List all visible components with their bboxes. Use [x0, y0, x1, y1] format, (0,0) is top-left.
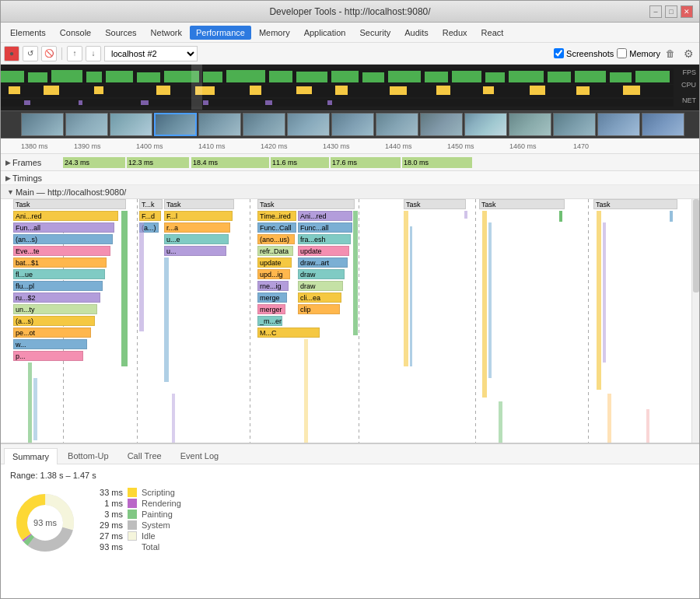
task-col2a-tk[interactable]: T...k — [139, 199, 163, 209]
scroll-thumb[interactable] — [693, 199, 699, 292]
task-col3-timired[interactable]: Time..ired — [257, 211, 296, 221]
thumbnail-5[interactable] — [198, 113, 241, 136]
task-col3-draw2[interactable]: draw — [298, 281, 343, 291]
thumbnail-8[interactable] — [331, 113, 374, 136]
thumbnail-13[interactable] — [553, 113, 596, 136]
refresh-button[interactable]: ↺ — [23, 46, 38, 61]
frame-2[interactable]: 12.3 ms — [127, 157, 189, 168]
task-col1-eve[interactable]: Eve...te — [13, 246, 110, 256]
menu-performance[interactable]: Performance — [190, 26, 251, 40]
thumbnail-9[interactable] — [376, 113, 418, 136]
task-col3-funccall[interactable]: Func..Call — [257, 222, 296, 233]
task-col3-anired[interactable]: Ani...red — [298, 211, 352, 221]
frames-expand[interactable]: ▶ — [5, 159, 11, 166]
thumbnail-14[interactable] — [597, 113, 640, 136]
task-col3-drawart[interactable]: draw...art — [298, 257, 348, 268]
timings-expand[interactable]: ▶ — [5, 174, 11, 182]
task-col3-update[interactable]: update — [298, 246, 349, 256]
memory-checkbox[interactable] — [617, 48, 627, 58]
tab-call-tree[interactable]: Call Tree — [119, 447, 170, 464]
frame-1[interactable]: 24.3 ms — [63, 157, 125, 168]
upload-button[interactable]: ↑ — [67, 46, 82, 61]
memory-checkbox-label[interactable]: Memory — [617, 48, 660, 58]
close-button[interactable]: ✕ — [681, 5, 693, 18]
task-col2b-ue[interactable]: u...e — [164, 234, 229, 244]
task-col3-draw[interactable]: draw — [298, 269, 345, 279]
task-col1-as[interactable]: (a...s) — [13, 316, 95, 326]
task-col1-fl2[interactable]: flu...pl — [13, 281, 103, 291]
frame-3[interactable]: 18.4 ms — [191, 157, 269, 168]
maximize-button[interactable]: □ — [665, 5, 677, 18]
task-col3-anoous[interactable]: (ano...us) — [257, 234, 295, 244]
task-col1-fl1[interactable]: fl...ue — [13, 269, 105, 279]
task-col1-func[interactable]: Fun...all — [13, 222, 114, 233]
screenshots-checkbox-label[interactable]: Screenshots — [554, 48, 614, 58]
menu-memory[interactable]: Memory — [253, 26, 296, 40]
frame-5[interactable]: 17.6 ms — [331, 157, 401, 168]
task-col3-clip[interactable]: clip — [298, 304, 340, 314]
thumbnail-7[interactable] — [287, 113, 330, 136]
trash-button[interactable]: 🗑 — [663, 47, 677, 61]
task-col2-fd[interactable]: F...d — [139, 211, 161, 221]
task-col1-un[interactable]: un...ty — [13, 304, 97, 314]
task-col1-p[interactable]: p... — [13, 351, 83, 361]
menu-redux[interactable]: Redux — [436, 26, 474, 40]
task-col3-mc[interactable]: M...C — [257, 328, 320, 338]
scrollbar[interactable] — [691, 199, 699, 443]
thumbnail-11[interactable] — [464, 113, 507, 136]
flame-chart[interactable]: Task Ani...red Fun...all (an...s) Eve...… — [1, 199, 699, 443]
task-col2b-u[interactable]: u... — [164, 246, 226, 256]
overview-panel[interactable]: FPS CPU NET — [1, 65, 699, 111]
menu-audits[interactable]: Audits — [398, 26, 435, 40]
task-col1-pe[interactable]: pe...ot — [13, 328, 91, 338]
task-col3-mer[interactable]: _m...er — [257, 316, 282, 326]
clear-button[interactable]: 🚫 — [41, 46, 57, 61]
download-button[interactable]: ↓ — [86, 46, 101, 61]
thumbnail-15[interactable] — [642, 113, 684, 136]
thumbnail-12[interactable] — [509, 113, 551, 136]
task-col2b-ra[interactable]: r...a — [164, 222, 230, 233]
task-col3-update2[interactable]: update — [257, 257, 292, 268]
task-col3-merger[interactable]: merger — [257, 304, 285, 314]
main-expand[interactable]: ▼ — [7, 188, 14, 196]
task-col3-cliea[interactable]: cli...ea — [298, 292, 341, 303]
task-col3-rnerig[interactable]: rne...ig — [257, 281, 289, 291]
task-col2b-task[interactable]: Task — [164, 199, 234, 209]
screenshots-checkbox[interactable] — [554, 48, 564, 58]
task-col3-fresh[interactable]: fra...esh — [298, 234, 351, 244]
thumbnail-3[interactable] — [110, 113, 152, 136]
record-button[interactable]: ● — [4, 46, 19, 61]
task-col3-task[interactable]: Task — [257, 199, 355, 209]
tab-summary[interactable]: Summary — [4, 448, 58, 464]
menu-application[interactable]: Application — [298, 26, 352, 40]
frame-4[interactable]: 11.6 ms — [271, 157, 329, 168]
task-col3-merge[interactable]: merge — [257, 292, 287, 303]
task-col2b-fl[interactable]: F...l — [164, 211, 233, 221]
task-col1-w[interactable]: w... — [13, 339, 87, 349]
task-col4[interactable]: Task — [404, 199, 466, 209]
menu-react[interactable]: React — [475, 26, 510, 40]
task-col3-refrdata[interactable]: refr..Data — [257, 246, 293, 256]
task-col6[interactable]: Task — [593, 199, 677, 209]
task-col3-funcall2[interactable]: Func...all — [298, 222, 352, 233]
frame-6[interactable]: 18.0 ms — [402, 157, 472, 168]
thumbnail-1[interactable] — [21, 113, 64, 136]
thumbnail-10[interactable] — [420, 113, 463, 136]
minimize-button[interactable]: – — [649, 5, 662, 18]
url-select[interactable]: localhost #2 — [104, 46, 198, 61]
settings-button[interactable]: ⚙ — [681, 46, 696, 61]
task-col1-bat[interactable]: bat...$1 — [13, 257, 107, 268]
task-col1-ani[interactable]: Ani...red — [13, 211, 118, 221]
thumbnail-6[interactable] — [243, 113, 285, 136]
thumbnail-2[interactable] — [65, 113, 108, 136]
task-col1-ru2[interactable]: ru...$2 — [13, 292, 100, 303]
task-col1-ans[interactable]: (an...s) — [13, 234, 113, 244]
menu-elements[interactable]: Elements — [4, 26, 52, 40]
menu-network[interactable]: Network — [145, 26, 188, 40]
thumbnail-4-active[interactable] — [154, 113, 197, 136]
task-col3-upddig[interactable]: upd...ig — [257, 269, 290, 279]
task-col1-task[interactable]: Task — [13, 199, 126, 209]
menu-console[interactable]: Console — [54, 26, 97, 40]
menu-sources[interactable]: Sources — [99, 26, 142, 40]
menu-security[interactable]: Security — [353, 26, 397, 40]
